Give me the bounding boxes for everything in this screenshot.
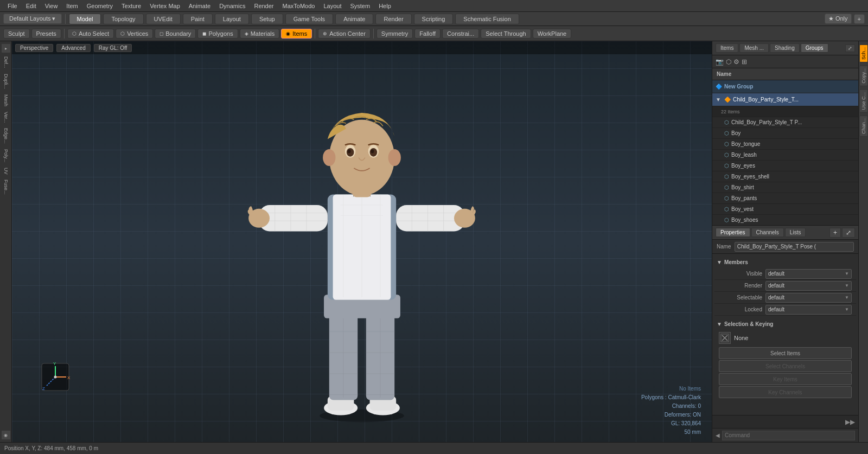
command-input[interactable] <box>722 431 855 440</box>
workplane-btn[interactable]: WorkPlane <box>533 29 572 39</box>
only-btn[interactable]: ★ Only <box>825 14 852 24</box>
props-expand-arrow[interactable]: ▶▶ <box>845 418 855 426</box>
props-expand-btn[interactable]: ⤢ <box>842 228 855 238</box>
menu-view[interactable]: View <box>41 2 62 10</box>
items-tab-items[interactable]: Items <box>716 43 738 53</box>
selectable-dropdown[interactable]: default ▼ <box>765 293 852 303</box>
left-tool-ver[interactable]: Ver... <box>2 110 10 125</box>
left-tool-uv[interactable]: UV <box>2 165 10 177</box>
items-list[interactable]: 🔷 New Group ▼ 🔶 Child_Boy_Party_Style_T.… <box>712 80 858 225</box>
members-section-header[interactable]: ▼ Members <box>714 256 856 268</box>
items-btn[interactable]: ◉ Items <box>281 29 312 39</box>
list-item-eyes-shell[interactable]: ⬡ Boy_eyes_shell <box>712 171 858 182</box>
left-tool-poly[interactable]: Poly... <box>2 147 10 164</box>
items-tool-mesh-icon[interactable]: ⬡ <box>726 58 731 66</box>
props-tab-lists[interactable]: Lists <box>785 228 806 237</box>
constraint-btn[interactable]: Constrai... <box>442 29 479 39</box>
menu-texture[interactable]: Texture <box>117 2 145 10</box>
menu-edit[interactable]: Edit <box>22 2 41 10</box>
presets-btn[interactable]: Presets <box>31 29 61 39</box>
name-input[interactable] <box>735 242 854 252</box>
menu-layout[interactable]: Layout <box>319 2 346 10</box>
menu-vertex-map[interactable]: Vertex Map <box>145 2 184 10</box>
tab-scripting[interactable]: Scripting <box>414 14 454 24</box>
menu-item[interactable]: Item <box>62 2 82 10</box>
boundary-btn[interactable]: ◻ Boundary <box>155 29 196 39</box>
key-items-btn[interactable]: Key Items <box>719 373 852 385</box>
sculpt-btn[interactable]: Sculpt <box>3 29 30 39</box>
menu-maxtomodo[interactable]: MaxToModo <box>278 2 320 10</box>
left-tool-top[interactable]: ▸ <box>1 43 11 53</box>
list-item-pants[interactable]: ⬡ Boy_pants <box>712 193 858 204</box>
menu-animate[interactable]: Animate <box>184 2 215 10</box>
left-tool-def[interactable]: Def... <box>2 54 10 71</box>
items-tab-shading[interactable]: Shading <box>770 43 800 53</box>
auto-select-btn[interactable]: ⬡ Auto Select <box>67 29 114 39</box>
viewport[interactable]: Perspective Advanced Ray GL: Off ⊞ ↺ ⬡ ◻… <box>12 41 712 442</box>
list-item-shoes[interactable]: ⬡ Boy_shoes <box>712 215 858 225</box>
tab-layout-tab[interactable]: Layout <box>215 14 249 24</box>
select-through-btn[interactable]: Select Through <box>481 29 531 39</box>
ray-gl-btn[interactable]: Ray GL: Off <box>94 44 132 52</box>
props-tab-properties[interactable]: Properties <box>716 228 750 237</box>
menu-geometry[interactable]: Geometry <box>82 2 117 10</box>
new-group-item[interactable]: 🔷 New Group <box>712 80 858 93</box>
list-item-child-boy[interactable]: ⬡ Child_Boy_Party_Style_T P... <box>712 117 858 128</box>
falloff-btn[interactable]: Falloff <box>414 29 441 39</box>
tab-paint[interactable]: Paint <box>183 14 213 24</box>
items-tool-layer[interactable]: ⊞ <box>742 58 747 66</box>
left-tool-bottom[interactable]: ◉ <box>1 430 11 440</box>
tab-model[interactable]: Model <box>69 14 101 24</box>
props-tab-channels[interactable]: Channels <box>751 228 784 237</box>
right-vtab-sch[interactable]: Sch... <box>859 44 868 62</box>
right-vtab-copy[interactable]: Copy... <box>859 66 868 86</box>
items-tool-settings[interactable]: ⚙ <box>733 58 739 66</box>
menu-dynamics[interactable]: Dynamics <box>215 2 250 10</box>
visible-dropdown[interactable]: default ▼ <box>765 269 852 279</box>
select-channels-btn[interactable]: Select Channels <box>719 360 852 372</box>
items-tool-camera[interactable]: 📷 <box>716 58 724 66</box>
advanced-btn[interactable]: Advanced <box>56 44 90 52</box>
tab-schematic[interactable]: Schematic Fusion <box>455 14 519 24</box>
left-tool-mesh[interactable]: Mesh <box>2 92 10 108</box>
tab-setup[interactable]: Setup <box>251 14 283 24</box>
tab-game-tools[interactable]: Game Tools <box>285 14 334 24</box>
items-tab-mesh[interactable]: Mesh ... <box>739 43 769 53</box>
list-item-shirt[interactable]: ⬡ Boy_shirt <box>712 182 858 193</box>
select-items-btn[interactable]: Select Items <box>719 347 852 359</box>
default-layouts-btn[interactable]: Default Layouts ▾ <box>3 14 62 24</box>
right-vtab-use[interactable]: Use C... <box>859 89 868 113</box>
render-dropdown[interactable]: default ▼ <box>765 281 852 291</box>
list-item-tongue[interactable]: ⬡ Boy_tongue <box>712 139 858 150</box>
props-add-btn[interactable]: + <box>829 228 841 238</box>
selection-keying-header[interactable]: ▼ Selection & Keying <box>714 318 856 330</box>
vertices-btn[interactable]: ⬡ Vertices <box>116 29 153 39</box>
left-tool-dupl[interactable]: Dupli... <box>2 72 10 91</box>
tab-animate[interactable]: Animate <box>335 14 373 24</box>
items-tab-groups[interactable]: Groups <box>801 43 828 53</box>
list-item-vest[interactable]: ⬡ Boy_vest <box>712 204 858 215</box>
list-item-boy[interactable]: ⬡ Boy <box>712 128 858 139</box>
left-tool-edge[interactable]: Edge... <box>2 126 10 146</box>
perspective-btn[interactable]: Perspective <box>15 44 53 52</box>
action-center-btn[interactable]: ⊕ Action Center <box>318 29 371 39</box>
polygons-btn[interactable]: ◼ Polygons <box>197 29 238 39</box>
locked-dropdown[interactable]: default ▼ <box>765 305 852 315</box>
menu-file[interactable]: File <box>3 2 22 10</box>
left-tool-fuse[interactable]: Fuse... <box>2 177 10 197</box>
tab-topology[interactable]: Topology <box>103 14 143 24</box>
cmd-expand-btn[interactable]: ◀ <box>716 432 720 438</box>
list-item-eyes[interactable]: ⬡ Boy_eyes <box>712 161 858 171</box>
menu-help[interactable]: Help <box>374 2 395 10</box>
tab-uvedit[interactable]: UVEdit <box>146 14 181 24</box>
list-item-leash[interactable]: ⬡ Boy_leash <box>712 150 858 161</box>
add-layout-btn[interactable]: + <box>854 14 865 24</box>
items-expand-btn[interactable]: ⤢ <box>845 44 855 52</box>
materials-btn[interactable]: ◈ Materials <box>240 29 280 39</box>
menu-system[interactable]: System <box>346 2 374 10</box>
right-vtab-chan[interactable]: Chan... <box>859 116 868 137</box>
symmetry-btn[interactable]: Symmetry <box>376 29 413 39</box>
menu-render[interactable]: Render <box>250 2 278 10</box>
child-boy-group-item[interactable]: ▼ 🔶 Child_Boy_Party_Style_T... <box>712 93 858 106</box>
tab-render[interactable]: Render <box>375 14 411 24</box>
